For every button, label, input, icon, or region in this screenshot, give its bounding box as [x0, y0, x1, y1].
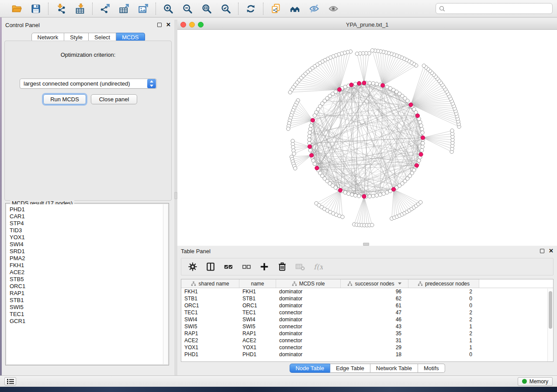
mcds-result-item[interactable]: SRD1	[10, 248, 163, 255]
graph-leaf-node[interactable]	[341, 215, 344, 219]
graph-leaf-node[interactable]	[288, 90, 292, 94]
graph-dominator-node[interactable]	[357, 81, 361, 85]
graph-node[interactable]	[417, 159, 421, 162]
zoom-out-button[interactable]	[181, 3, 194, 15]
graph-node[interactable]	[420, 127, 423, 131]
graph-dominator-node[interactable]	[421, 136, 425, 140]
column-header-shared-name[interactable]: shared name	[181, 279, 239, 288]
gear-button[interactable]	[187, 261, 198, 272]
table-scrollbar[interactable]	[547, 289, 553, 361]
graph-dominator-node[interactable]	[362, 81, 366, 85]
table-close-panel-icon[interactable]: ✕	[549, 249, 554, 253]
table-row[interactable]: SWI5SWI5connector431	[181, 323, 553, 330]
panel-divider-grip[interactable]	[363, 243, 369, 246]
graph-node[interactable]	[421, 131, 424, 134]
network-window-titlebar[interactable]: YPA_prune.txt_1	[177, 20, 557, 30]
graph-dominator-node[interactable]	[349, 83, 353, 87]
mcds-result-item[interactable]: STB1	[10, 297, 163, 304]
column-header-name[interactable]: name	[239, 279, 276, 288]
graph-dominator-node[interactable]	[415, 113, 419, 117]
search-input[interactable]	[447, 6, 549, 12]
sidebar-divider-grip[interactable]	[174, 192, 177, 199]
table-float-window-icon[interactable]	[540, 249, 544, 253]
mcds-result-item[interactable]: ACE2	[10, 269, 163, 276]
graph-dominator-node[interactable]	[415, 163, 419, 167]
export-network-button[interactable]	[99, 3, 111, 15]
new-network-from-selection-button[interactable]	[270, 3, 282, 15]
hide-selected-button[interactable]	[308, 3, 320, 15]
show-all-button[interactable]	[327, 3, 339, 15]
graph-node[interactable]	[308, 134, 311, 138]
table-row[interactable]: SWI4SWI4dominator462	[181, 316, 553, 323]
graph-leaf-node[interactable]	[419, 200, 422, 204]
table-row[interactable]: RAP1RAP1dominator352	[181, 330, 553, 337]
trash-button[interactable]	[277, 261, 287, 272]
graph-dominator-node[interactable]	[311, 118, 315, 122]
table-tab-node-table[interactable]: Node Table	[289, 364, 330, 373]
graph-node[interactable]	[308, 131, 311, 134]
zoom-selected-button[interactable]	[220, 3, 232, 15]
table-row[interactable]: PHD1PHD1dominator180	[181, 351, 553, 358]
graph-node[interactable]	[308, 138, 311, 141]
graph-leaf-node[interactable]	[287, 127, 290, 131]
graph-node[interactable]	[368, 195, 371, 198]
graph-node[interactable]	[418, 120, 422, 124]
graph-dominator-node[interactable]	[419, 152, 423, 156]
graph-leaf-node[interactable]	[422, 64, 426, 67]
table-row[interactable]: FKH1FKH1dominator962	[181, 288, 553, 295]
run-mcds-button[interactable]: Run MCDS	[43, 94, 86, 104]
column-header-MCDS-role[interactable]: MCDS role	[276, 279, 341, 288]
table-tab-network-table[interactable]: Network Table	[370, 364, 418, 373]
split-view-button[interactable]	[205, 261, 216, 272]
table-row[interactable]: TEC1TEC1connector472	[181, 309, 553, 316]
graph-dominator-node[interactable]	[362, 194, 366, 198]
refresh-button[interactable]	[245, 3, 257, 15]
graph-node[interactable]	[419, 124, 423, 127]
graph-node[interactable]	[421, 141, 425, 145]
graph-dominator-node[interactable]	[381, 83, 384, 87]
graph-node[interactable]	[350, 193, 353, 196]
show-panels-button[interactable]	[4, 377, 16, 385]
table-row[interactable]: ORC1ORC1dominator610	[181, 302, 553, 309]
graph-dominator-node[interactable]	[391, 187, 395, 191]
graph-leaf-node[interactable]	[292, 152, 296, 155]
import-table-button[interactable]	[74, 3, 86, 15]
graph-node[interactable]	[375, 193, 378, 197]
mcds-result-item[interactable]: STB5	[10, 276, 163, 283]
mcds-result-item[interactable]: PHD1	[10, 206, 163, 213]
mcds-result-item[interactable]: PMA2	[10, 255, 163, 262]
graph-leaf-node[interactable]	[450, 129, 454, 132]
memory-button[interactable]: Memory	[518, 377, 553, 386]
first-neighbors-button[interactable]	[289, 3, 301, 15]
mcds-result-item[interactable]: SWI5	[10, 304, 163, 311]
export-image-button[interactable]	[137, 3, 149, 15]
open-file-button[interactable]	[10, 3, 23, 15]
graph-leaf-node[interactable]	[294, 166, 297, 170]
graph-dominator-node[interactable]	[338, 188, 342, 192]
mcds-result-item[interactable]: RAP1	[10, 290, 163, 297]
graph-leaf-node[interactable]	[355, 52, 359, 55]
graph-node[interactable]	[357, 194, 361, 198]
mcds-result-item[interactable]: FKH1	[10, 262, 163, 269]
table-row[interactable]: YOX1YOX1connector291	[181, 344, 553, 351]
graph-node[interactable]	[375, 82, 378, 86]
column-header-successor-nodes[interactable]: successor nodes	[341, 279, 408, 288]
graph-leaf-node[interactable]	[370, 223, 374, 227]
search-box[interactable]	[436, 3, 553, 14]
zoom-fit-button[interactable]	[201, 3, 213, 15]
graph-node[interactable]	[343, 191, 347, 194]
add-button[interactable]	[259, 261, 270, 272]
column-header-predecessor-nodes[interactable]: predecessor nodes	[408, 279, 479, 288]
criterion-select[interactable]: largest connected component (undirected)	[20, 79, 157, 89]
graph-node[interactable]	[421, 145, 424, 148]
graph-node[interactable]	[371, 82, 375, 85]
graph-dominator-node[interactable]	[315, 166, 319, 170]
graph-leaf-node[interactable]	[370, 48, 374, 52]
save-session-button[interactable]	[30, 3, 42, 15]
graph-node[interactable]	[382, 192, 385, 195]
select-all-button[interactable]	[223, 261, 234, 272]
graph-node[interactable]	[313, 162, 316, 165]
mcds-list-scrollbar[interactable]	[163, 204, 168, 364]
table-tab-motifs[interactable]: Motifs	[418, 364, 445, 373]
graph-node[interactable]	[347, 192, 350, 195]
